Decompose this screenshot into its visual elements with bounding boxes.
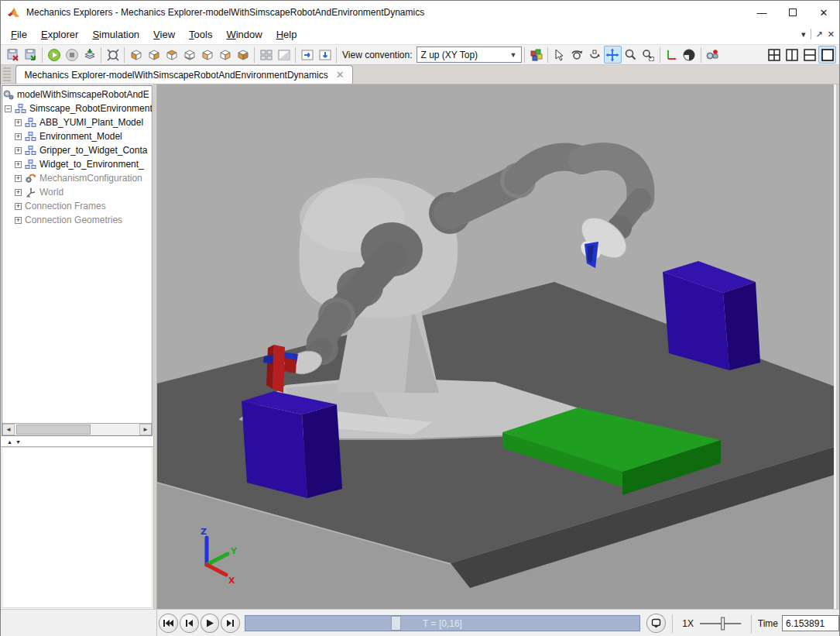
pointer-select-button[interactable] — [550, 46, 568, 64]
tree-expand-icon[interactable]: + — [15, 189, 22, 196]
tree-item-root[interactable]: modelWithSimscapeRobotAndE — [2, 88, 152, 101]
menu-file[interactable]: File — [4, 26, 34, 43]
blue-box-left-front — [242, 401, 307, 498]
scrollbar-thumb[interactable] — [16, 425, 91, 435]
minimize-button[interactable]: — — [746, 1, 777, 24]
tab-mechanics-explorer[interactable]: Mechanics Explorer-modelWithSimscapeRobo… — [15, 65, 353, 84]
play-button[interactable] — [45, 46, 63, 64]
menu-view[interactable]: View — [146, 26, 182, 43]
tab-close-icon[interactable]: ✕ — [336, 69, 345, 81]
time-slider-thumb[interactable] — [391, 616, 401, 631]
view-cube-front-button[interactable] — [127, 46, 145, 64]
tree-expand-icon[interactable]: + — [15, 217, 22, 224]
time-input[interactable] — [782, 615, 839, 631]
save-as-button[interactable] — [22, 46, 39, 64]
tree-item-gripper-to-widget[interactable]: + Gripper_to_Widget_Conta — [2, 143, 152, 157]
tree-expand-icon[interactable]: + — [15, 203, 22, 210]
menu-simulation[interactable]: Simulation — [85, 26, 146, 43]
menu-help[interactable]: Help — [269, 26, 304, 43]
close-button[interactable]: ✕ — [808, 1, 839, 24]
tree-item-widget-to-environment[interactable]: + Widget_to_Environment_ — [2, 157, 152, 171]
viewport-3d[interactable]: Z Y X — [157, 84, 839, 609]
subsystem-icon — [25, 131, 37, 142]
menu-explorer[interactable]: Explorer — [34, 26, 85, 43]
single-view-button[interactable] — [275, 46, 293, 64]
show-actions-icon[interactable]: ▾ — [801, 29, 806, 40]
undock-icon[interactable]: ↗ — [816, 29, 823, 40]
step-back-button[interactable] — [180, 614, 199, 633]
tree-item-connection-geometries[interactable]: + Connection Geometries — [2, 213, 152, 227]
maximize-button[interactable] — [777, 1, 808, 24]
layout-quad-button[interactable] — [765, 46, 783, 64]
model-tree-panel: modelWithSimscapeRobotAndE − Simscape_Ro… — [1, 84, 153, 609]
scroll-left-icon[interactable]: ◄ — [2, 424, 15, 435]
splitter-down-icon[interactable]: ▼ — [15, 439, 21, 445]
save-explorer-button[interactable] — [4, 46, 22, 64]
frame-forward-button[interactable] — [298, 46, 316, 64]
visualization-settings-button[interactable] — [527, 46, 545, 64]
tree-expand-icon[interactable]: + — [15, 119, 22, 126]
time-slider[interactable]: T = [0,16] — [245, 615, 640, 631]
toggle-visibility-button[interactable] — [681, 46, 698, 64]
view-convention-dropdown[interactable]: Z up (XY Top) ▼ — [417, 46, 522, 63]
loop-playback-button[interactable] — [646, 614, 666, 633]
tree-expand-icon[interactable]: + — [15, 161, 22, 168]
panel-splitter[interactable]: ▲ ▼ — [1, 437, 153, 447]
tree-item-environment-model[interactable]: + Environment_Model — [2, 129, 152, 143]
speed-slider[interactable] — [697, 614, 744, 633]
layout-rows-icon — [803, 48, 817, 62]
view-cube-top-button[interactable] — [163, 46, 180, 64]
zoom-to-fit-button[interactable] — [104, 46, 122, 64]
view-cube-left-button[interactable] — [198, 46, 216, 64]
tab-grip-handle[interactable] — [3, 67, 11, 83]
rotate-button[interactable] — [568, 46, 586, 64]
record-video-button[interactable] — [704, 46, 722, 64]
tab-label: Mechanics Explorer-modelWithSimscapeRobo… — [24, 70, 327, 81]
tree-expand-icon[interactable]: + — [15, 175, 22, 182]
play-animation-button[interactable] — [201, 614, 220, 633]
quad-view-button[interactable] — [257, 46, 275, 64]
layout-two-columns-button[interactable] — [783, 46, 801, 64]
menu-window[interactable]: Window — [219, 26, 269, 43]
menu-bar: File Explorer Simulation View Tools Wind… — [1, 24, 839, 44]
tree-item-mechanism-configuration[interactable]: + MechanismConfiguration — [2, 171, 152, 185]
frame-down-button[interactable] — [316, 46, 334, 64]
go-to-start-button[interactable] — [159, 614, 178, 633]
view-cube-left-icon — [201, 48, 214, 62]
splitter-up-icon[interactable]: ▲ — [7, 439, 12, 445]
speed-slider-thumb[interactable] — [722, 617, 725, 630]
stop-button[interactable] — [63, 46, 81, 64]
menu-tools[interactable]: Tools — [182, 26, 219, 43]
tree-item-simscape-robotenvironment[interactable]: − Simscape_RobotEnvironment — [2, 101, 152, 115]
zoom-region-button[interactable] — [639, 46, 657, 64]
view-cube-bottom-button[interactable] — [180, 46, 198, 64]
show-frames-button[interactable] — [663, 46, 681, 64]
chevron-down-icon: ▼ — [510, 51, 517, 59]
tree-horizontal-scrollbar[interactable]: ◄ ► — [2, 423, 152, 435]
scroll-right-icon[interactable]: ► — [139, 424, 152, 435]
tree-item-world[interactable]: + World — [2, 185, 152, 199]
divider — [295, 47, 296, 63]
view-cube-back-button[interactable] — [145, 46, 163, 64]
view-isometric-button[interactable] — [234, 46, 252, 64]
roll-button[interactable] — [586, 46, 604, 64]
layout-single-button[interactable] — [818, 46, 836, 64]
tree-expand-icon[interactable]: + — [15, 147, 22, 154]
close-panel-icon[interactable]: ✕ — [828, 29, 835, 40]
view-cube-right-button[interactable] — [216, 46, 234, 64]
tree-collapse-icon[interactable]: − — [5, 105, 12, 112]
export-animation-button[interactable] — [81, 46, 98, 64]
tree-item-connection-frames[interactable]: + Connection Frames — [2, 199, 152, 213]
view-convention-label: View convention: — [342, 50, 413, 60]
pan-button[interactable] — [604, 46, 622, 64]
viewport-right-border — [834, 84, 836, 609]
scrollbar-track[interactable] — [15, 424, 139, 435]
divider — [660, 47, 660, 63]
zoom-button[interactable] — [622, 46, 639, 64]
tree-item-abb-yumi-plant-model[interactable]: + ABB_YUMI_Plant_Model — [2, 115, 152, 129]
tree-expand-icon[interactable]: + — [15, 133, 22, 140]
widget-red-stub — [284, 358, 297, 373]
layout-two-rows-button[interactable] — [801, 46, 818, 64]
step-forward-button[interactable] — [221, 614, 240, 633]
speed-label: 1X — [679, 618, 698, 629]
